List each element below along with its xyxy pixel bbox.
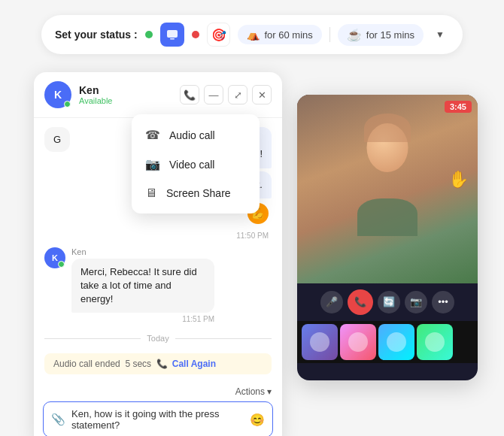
ken-msg-block: Ken Merci, Rebecca! It sure did take a l… [71, 247, 214, 324]
mute-btn[interactable]: 🎤 [320, 291, 343, 313]
chat-window: K Ken Available 📞 — ⤢ ✕ ☎ Audio call 📷 [34, 72, 282, 436]
thumb-4 [417, 324, 453, 360]
timer1-btn[interactable]: ⛺ for 60 mins [238, 25, 321, 44]
ken-bubble: Merci, Rebecca! It sure did take a lot o… [71, 259, 214, 313]
person-hair [364, 114, 411, 142]
person-body [357, 198, 417, 236]
actions-chevron: ▾ [267, 386, 272, 397]
coffee-icon: ☕ [347, 28, 362, 42]
arrow1-icon: ⛺ [247, 29, 260, 41]
header-actions: 📞 — ⤢ ✕ [180, 85, 272, 104]
timer1-text: for 60 mins [264, 29, 312, 41]
busy-dot [192, 31, 199, 38]
divider [329, 27, 330, 42]
msg-time: 11:50 PM [44, 232, 272, 240]
hand-wave: ✋ [448, 170, 469, 189]
online-dot [145, 31, 153, 38]
video-bg: ✋ [297, 95, 478, 283]
flip-btn[interactable]: 🔄 [378, 291, 400, 313]
avatar-initials: K [54, 89, 62, 101]
camera-btn[interactable]: 📷 [405, 291, 427, 313]
close-btn[interactable]: ✕ [252, 85, 272, 104]
svg-rect-1 [170, 38, 175, 40]
audio-call-ended-msg: Audio call ended 5 secs 📞 Call Again [44, 353, 272, 374]
call-btn[interactable]: 📞 [180, 85, 199, 104]
thumb-2 [340, 324, 376, 360]
audio-call-label: Audio call [169, 129, 215, 141]
video-call-menu-item[interactable]: 📷 Video call [132, 150, 260, 179]
actions-bar: Actions ▾ [34, 383, 282, 398]
ken-name: Ken [71, 247, 214, 256]
today-line-left [44, 338, 141, 339]
video-thumbnails [297, 321, 478, 363]
today-label: Today [147, 334, 169, 343]
status-bar: Set your status : 🎯 ⛺ for 60 mins ☕ for … [41, 15, 463, 54]
contact-status: Available [79, 96, 172, 105]
actions-label: Actions [235, 386, 265, 397]
ken-msg-row: K Ken Merci, Rebecca! It sure did take a… [44, 247, 272, 324]
avatar: K [44, 81, 71, 108]
contact-name: Ken [79, 84, 172, 96]
thumb-3 [378, 324, 414, 360]
end-call-btn[interactable]: 📞 [348, 289, 373, 315]
call-again-btn[interactable]: Call Again [172, 359, 216, 369]
attachment-icon: 📎 [51, 413, 65, 426]
partial-msg: G [44, 127, 70, 152]
chat-input[interactable]: Ken, how is it going with the press stat… [71, 408, 244, 431]
screen-status-btn[interactable] [160, 23, 184, 47]
ken-avatar: K [44, 247, 65, 268]
video-panel: ✋ 3:45 🎤 📞 🔄 📷 ••• [297, 95, 478, 380]
today-divider: Today [44, 334, 272, 343]
screen-icon [166, 29, 178, 41]
chat-header: K Ken Available 📞 — ⤢ ✕ [34, 72, 282, 118]
video-call-label: Video call [169, 159, 214, 171]
status-label: Set your status : [55, 29, 138, 41]
call-dropdown-menu: ☎ Audio call 📷 Video call 🖥 Screen Share [132, 114, 260, 213]
minimize-btn[interactable]: — [204, 85, 223, 104]
svg-rect-0 [167, 30, 178, 38]
thumb-1 [302, 324, 338, 360]
timer2-btn[interactable]: ☕ for 15 mins [338, 24, 424, 46]
audio-call-menu-item[interactable]: ☎ Audio call [132, 120, 260, 150]
timer2-text: for 15 mins [366, 29, 414, 41]
more-btn[interactable]: ••• [432, 291, 454, 313]
chat-input-area: 📎 Ken, how is it going with the press st… [43, 401, 273, 436]
contact-info: Ken Available [79, 84, 172, 105]
video-controls: 🎤 📞 🔄 📷 ••• [297, 283, 478, 321]
audio-call-ended-text: Audio call ended 5 secs 📞 [53, 359, 168, 369]
status-dropdown-btn[interactable]: ▼ [431, 26, 449, 44]
expand-btn[interactable]: ⤢ [228, 85, 247, 104]
target-status-btn[interactable]: 🎯 [207, 23, 231, 47]
ken-msg-time: 11:51 PM [71, 315, 214, 323]
main-content: K Ken Available 📞 — ⤢ ✕ ☎ Audio call 📷 [34, 72, 470, 436]
screen-share-menu-item[interactable]: 🖥 Screen Share [132, 179, 260, 207]
video-main: ✋ 3:45 [297, 95, 478, 283]
screen-share-label: Screen Share [166, 187, 231, 199]
target-icon: 🎯 [211, 28, 226, 42]
screen-share-icon: 🖥 [145, 186, 157, 200]
ken-online [58, 261, 65, 268]
today-line-right [175, 338, 272, 339]
emoji-btn[interactable]: 😊 [250, 413, 265, 427]
video-call-icon: 📷 [145, 157, 160, 171]
online-indicator [64, 101, 71, 107]
video-timer: 3:45 [445, 101, 472, 113]
audio-call-icon: ☎ [145, 128, 160, 142]
actions-btn[interactable]: Actions ▾ [235, 386, 272, 397]
